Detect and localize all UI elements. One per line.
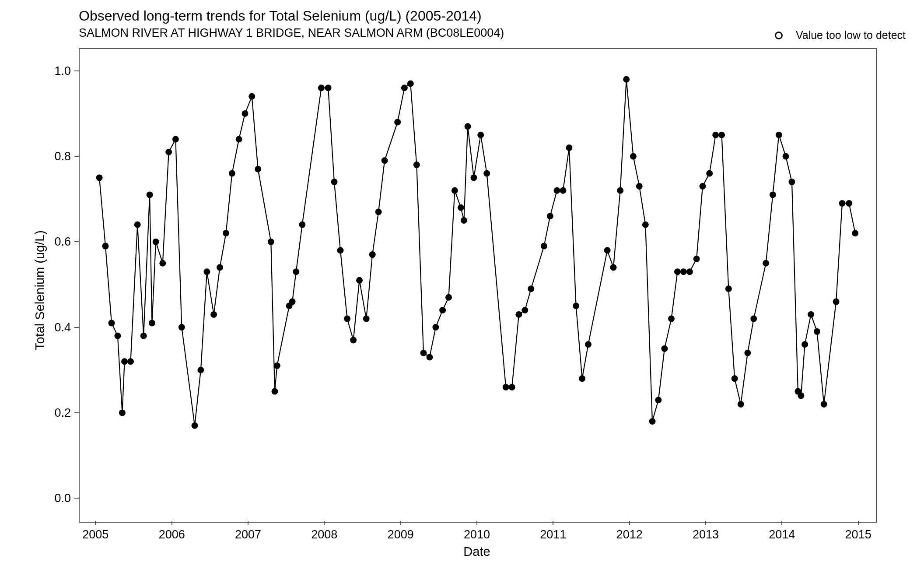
data-point bbox=[426, 354, 433, 361]
data-point bbox=[465, 123, 471, 130]
data-point bbox=[503, 384, 509, 390]
data-point bbox=[242, 110, 248, 117]
data-point bbox=[147, 191, 153, 198]
data-point bbox=[661, 345, 668, 352]
data-point bbox=[119, 409, 126, 416]
x-tick bbox=[95, 521, 96, 525]
data-point bbox=[560, 187, 567, 194]
data-point bbox=[547, 213, 553, 219]
data-point bbox=[108, 320, 115, 326]
data-point bbox=[140, 333, 147, 339]
data-point bbox=[712, 132, 719, 138]
y-tick bbox=[74, 498, 79, 499]
data-point bbox=[159, 260, 166, 267]
data-point bbox=[604, 247, 611, 253]
data-point bbox=[420, 350, 427, 356]
data-point bbox=[344, 316, 350, 322]
data-point bbox=[331, 179, 338, 185]
x-tick bbox=[858, 521, 859, 525]
data-point bbox=[471, 174, 477, 181]
data-point bbox=[293, 268, 299, 275]
y-tick-label: 0.8 bbox=[45, 150, 71, 163]
data-point bbox=[610, 264, 617, 271]
y-tick-label: 0.2 bbox=[45, 406, 71, 419]
x-tick-label: 2013 bbox=[693, 528, 719, 541]
data-point bbox=[203, 268, 210, 275]
data-point bbox=[630, 153, 637, 160]
data-point bbox=[846, 200, 852, 207]
data-point bbox=[134, 221, 141, 228]
data-point bbox=[808, 311, 814, 318]
data-point bbox=[210, 311, 217, 318]
data-point bbox=[573, 302, 579, 309]
data-point bbox=[770, 191, 776, 198]
data-point bbox=[700, 183, 706, 190]
data-point bbox=[432, 324, 439, 330]
data-point bbox=[274, 362, 280, 369]
data-point bbox=[617, 187, 623, 194]
data-point bbox=[229, 170, 235, 177]
y-tick-label: 0.6 bbox=[45, 235, 71, 249]
data-point bbox=[114, 333, 121, 339]
data-point bbox=[579, 375, 585, 382]
x-tick-label: 2006 bbox=[159, 528, 185, 541]
data-point bbox=[718, 132, 725, 138]
y-tick-label: 0.4 bbox=[45, 320, 71, 334]
data-point bbox=[382, 157, 388, 164]
data-point bbox=[248, 93, 255, 100]
data-point bbox=[477, 132, 484, 138]
data-point bbox=[693, 256, 700, 262]
y-tick bbox=[74, 412, 79, 413]
data-point bbox=[744, 350, 751, 356]
x-tick bbox=[629, 521, 630, 525]
data-point bbox=[452, 187, 458, 194]
data-point bbox=[585, 341, 592, 348]
data-point bbox=[668, 316, 675, 322]
data-point bbox=[821, 401, 827, 408]
data-point bbox=[522, 307, 528, 313]
data-point bbox=[738, 401, 744, 408]
data-point bbox=[623, 76, 630, 83]
x-tick bbox=[705, 521, 706, 525]
data-point bbox=[789, 179, 795, 185]
y-tick-label: 1.0 bbox=[45, 64, 71, 77]
data-point bbox=[153, 239, 159, 245]
data-point bbox=[783, 153, 789, 160]
x-tick bbox=[324, 521, 325, 525]
data-point bbox=[528, 285, 534, 292]
y-tick bbox=[74, 156, 79, 157]
data-point bbox=[192, 422, 198, 429]
data-point bbox=[318, 84, 325, 91]
data-point bbox=[356, 277, 363, 284]
x-tick bbox=[781, 521, 782, 525]
data-point bbox=[401, 84, 408, 91]
data-point bbox=[413, 162, 420, 168]
data-point bbox=[102, 243, 109, 250]
data-point bbox=[223, 230, 229, 236]
data-point bbox=[445, 294, 452, 301]
data-point bbox=[439, 307, 446, 313]
data-point bbox=[363, 316, 370, 322]
data-point bbox=[165, 149, 172, 155]
data-point bbox=[121, 358, 128, 365]
x-tick bbox=[172, 521, 172, 525]
x-tick bbox=[248, 521, 248, 525]
x-tick bbox=[400, 521, 401, 525]
data-point bbox=[852, 230, 858, 236]
data-point bbox=[394, 119, 401, 125]
data-point bbox=[197, 367, 204, 373]
data-point bbox=[178, 324, 185, 330]
series-line bbox=[99, 79, 855, 425]
data-point bbox=[337, 247, 344, 253]
data-point bbox=[686, 268, 693, 275]
data-point bbox=[763, 260, 769, 267]
x-tick-label: 2008 bbox=[311, 528, 337, 541]
data-point bbox=[814, 328, 820, 335]
data-point bbox=[798, 392, 804, 399]
x-tick-label: 2011 bbox=[540, 528, 566, 541]
data-point bbox=[655, 397, 662, 403]
data-point bbox=[375, 209, 382, 215]
data-point bbox=[732, 375, 738, 382]
x-tick-label: 2007 bbox=[235, 528, 261, 541]
data-point bbox=[750, 316, 757, 322]
